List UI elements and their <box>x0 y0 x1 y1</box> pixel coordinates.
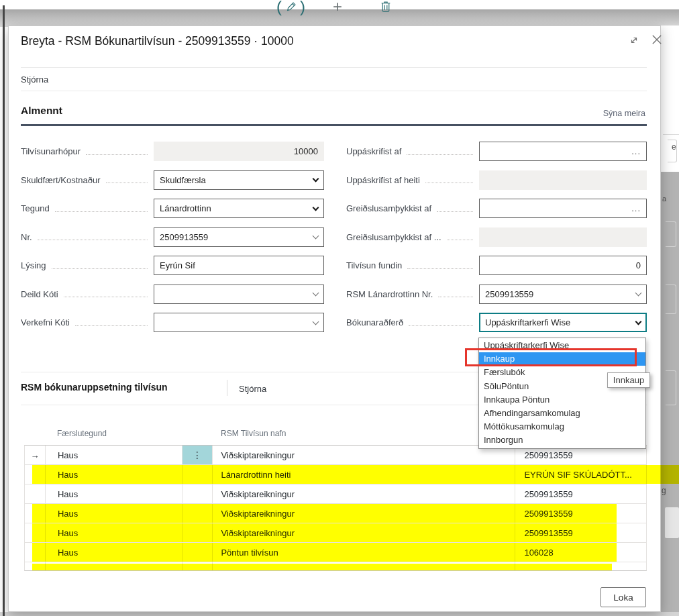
table-row[interactable]: HausLánardrottinn heitiEYRÚN SIF SKÚLADÓ… <box>25 465 646 484</box>
tilvisun-fundin-input[interactable]: 0 <box>479 256 647 275</box>
dotted-leader <box>106 176 148 183</box>
field-row: Verkefni Kóti <box>21 313 324 332</box>
field-label: Greiðslusamþykkist af <box>346 203 431 213</box>
divider <box>21 67 647 68</box>
field-row: LýsingEyrún Sif <box>21 256 324 275</box>
row-selector[interactable] <box>25 465 46 484</box>
skuldfaert-kostnadur-select[interactable]: Skuldfærsla <box>154 170 324 190</box>
field-label: Tilvísun fundin <box>346 260 402 270</box>
close-button[interactable]: Loka <box>600 587 646 607</box>
table-row[interactable]: HausViðskiptareikningur2509913559 <box>25 484 646 504</box>
edit-focus-paren-right: ) <box>300 0 305 16</box>
field-row: Greiðslusamþykkist af ... <box>346 227 647 247</box>
dropdown-option[interactable]: Móttökusamkomulag <box>479 420 645 433</box>
lysing-input[interactable]: Eyrún Sif <box>154 256 324 275</box>
deild-koti-lookup[interactable] <box>154 285 324 304</box>
backdrop-field-fragment <box>666 221 676 247</box>
cell-rsm-tilvisun-nafn[interactable]: Viðskiptareikningur <box>213 484 515 503</box>
uppaskrifist-af-field[interactable]: ... <box>479 142 647 161</box>
chevron-down-icon <box>313 204 319 211</box>
field-label: Skuldfært/Kostnaður <box>21 175 101 185</box>
field-row: Tilvísun fundin0 <box>346 256 647 275</box>
show-more-link[interactable]: Sýna meira <box>603 109 645 118</box>
row-menu-cell[interactable]: ⋮ <box>182 446 213 464</box>
backdrop-panel-fragment <box>665 507 679 538</box>
table-row[interactable]: HausPöntun tilvísun106028 <box>25 543 646 562</box>
dropdown-option[interactable]: Uppáskriftarkerfi Wise <box>479 339 645 352</box>
row-menu-cell[interactable] <box>182 543 213 562</box>
backdrop-text-fragment: g <box>662 486 666 495</box>
add-plus-icon[interactable]: + <box>333 0 342 16</box>
row-menu-cell[interactable] <box>182 523 213 542</box>
verkefni-koti-lookup[interactable] <box>154 313 324 332</box>
innkaup-tooltip: Innkaup <box>607 372 650 388</box>
subpage-menu-stjorna[interactable]: Stjórna <box>239 384 266 394</box>
cell-rsm-tilvisun-nafn[interactable]: Viðskiptareikningur <box>213 504 515 523</box>
row-selector[interactable] <box>25 543 46 562</box>
assist-edit-icon[interactable]: ... <box>631 203 641 213</box>
table-row[interactable]: HausViðskiptareikningur2509913559 <box>25 504 646 523</box>
cell-ferslutegund[interactable]: Haus <box>46 465 182 484</box>
greidslusamthykkist-af-field[interactable]: ... <box>479 199 647 218</box>
field-value: Skuldfærsla <box>160 175 206 185</box>
cell-value[interactable]: 2509913559 <box>515 484 646 503</box>
cell-rsm-tilvisun-nafn[interactable]: Viðskiptareikningur <box>213 523 515 542</box>
row-selector[interactable] <box>25 504 46 523</box>
field-value: 2509913559 <box>160 232 208 242</box>
dotted-leader <box>38 234 148 240</box>
table-row[interactable]: HausViðskiptareikningur2509913559 <box>25 523 646 543</box>
field-label: Uppáskrifist af <box>346 146 401 156</box>
row-selector[interactable] <box>25 484 46 503</box>
delete-trash-icon[interactable] <box>380 1 391 12</box>
cell-ferslutegund[interactable]: Haus <box>46 446 182 464</box>
column-header-ferslutegund[interactable]: Færslutegund <box>57 429 107 438</box>
field-row: Skuldfært/KostnaðurSkuldfærsla <box>21 170 324 190</box>
dropdown-option[interactable]: Innborgun <box>479 433 645 447</box>
cell-value[interactable]: 2509913559 <box>515 523 646 542</box>
column-header-rsm-tilvisun-nafn[interactable]: RSM Tilvísun nafn <box>221 429 286 438</box>
expand-dialog-icon[interactable] <box>629 35 639 46</box>
assist-edit-icon[interactable]: ... <box>631 146 641 156</box>
cell-ferslutegund[interactable]: Haus <box>46 484 182 503</box>
dropdown-option[interactable]: Innkaupa Pöntun <box>479 393 645 407</box>
row-menu-cell[interactable] <box>182 504 213 523</box>
cell-ferslutegund[interactable]: Haus <box>46 523 182 542</box>
section-title-almennt: Almennt <box>21 105 62 117</box>
field-label: Verkefni Kóti <box>21 317 70 327</box>
cell-rsm-tilvisun-nafn[interactable]: Viðskiptareikningur <box>213 446 515 464</box>
field-label: Bókunaraðferð <box>346 317 403 327</box>
row-selector <box>25 562 46 570</box>
dropdown-option[interactable]: Afhendingarsamkomulag <box>479 407 645 420</box>
row-menu-icon[interactable]: ⋮ <box>193 450 202 460</box>
cell-rsm-tilvisun-nafn[interactable]: Pöntun tilvísun <box>213 543 515 562</box>
nr-lookup[interactable]: 2509913559 <box>154 227 324 247</box>
row-menu-cell[interactable] <box>182 484 213 503</box>
fields-right: Uppáskrifist af...Uppáskrifist af heitiG… <box>346 142 647 342</box>
row-menu-cell[interactable] <box>182 465 213 484</box>
field-row: Uppáskrifist af heiti <box>346 170 647 190</box>
backdrop-left-edge <box>3 5 5 616</box>
rsm-lanardrottinn-nr-lookup[interactable]: 2509913559 <box>479 285 647 304</box>
row-selector[interactable] <box>25 523 46 542</box>
cell-value[interactable]: 106028 <box>515 543 646 562</box>
field-value: 10000 <box>294 146 318 156</box>
cell-ferslutegund[interactable]: Haus <box>46 543 182 562</box>
field-row: Uppáskrifist af... <box>346 142 647 161</box>
dotted-leader <box>447 234 473 240</box>
divider <box>227 380 227 396</box>
cell-rsm-tilvisun-nafn[interactable]: Lánardrottinn heiti <box>213 465 515 484</box>
dotted-leader <box>438 291 473 297</box>
edit-pencil-icon[interactable] <box>286 1 297 11</box>
tegund-select[interactable]: Lánardrottinn <box>154 199 324 218</box>
cell-ferslutegund[interactable]: Haus <box>46 504 182 523</box>
uppaskrifist-af-heiti-field <box>479 170 647 190</box>
bokunaradferd-select[interactable]: Uppáskriftarkerfi Wise <box>479 313 647 332</box>
dialog-menu-stjorna[interactable]: Stjórna <box>21 74 48 85</box>
cell-value[interactable]: 2509913559 <box>515 504 646 523</box>
cell-value[interactable]: EYRÚN SIF SKÚLADÓTT... <box>515 465 646 484</box>
field-label: Lýsing <box>21 260 46 270</box>
row-selector[interactable]: → <box>25 446 46 464</box>
chevron-down-icon <box>635 290 642 297</box>
dropdown-option[interactable]: Innkaup <box>479 352 645 366</box>
close-dialog-icon[interactable] <box>651 34 663 46</box>
